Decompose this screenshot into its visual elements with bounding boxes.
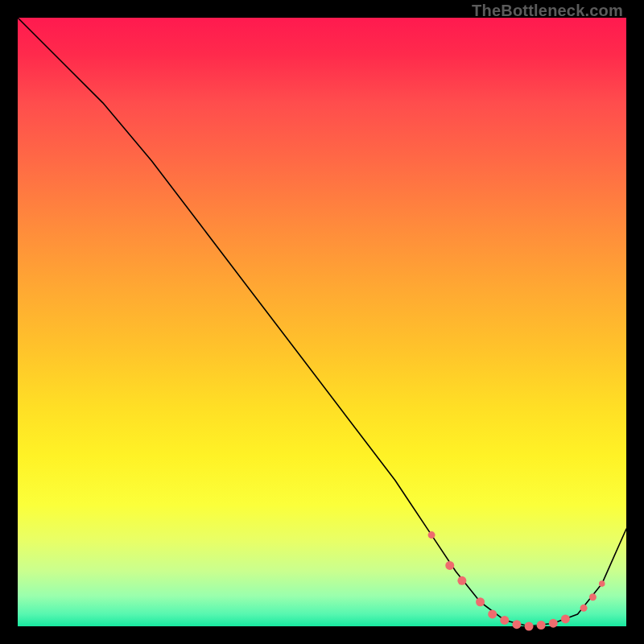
marker-group <box>428 531 605 630</box>
curve-marker <box>445 561 454 570</box>
curve-marker <box>457 576 466 585</box>
curve-marker <box>488 609 497 618</box>
chart-svg <box>18 18 626 626</box>
curve-marker <box>561 614 570 623</box>
curve-marker <box>580 605 588 612</box>
curve-marker <box>599 580 605 587</box>
curve-marker <box>525 622 534 631</box>
curve-marker <box>428 531 436 539</box>
curve-marker <box>549 619 558 628</box>
curve-marker <box>476 597 485 606</box>
bottleneck-curve <box>18 18 626 626</box>
curve-marker <box>589 593 597 601</box>
curve-marker <box>500 616 509 625</box>
curve-marker <box>512 620 521 629</box>
curve-marker <box>537 621 546 630</box>
